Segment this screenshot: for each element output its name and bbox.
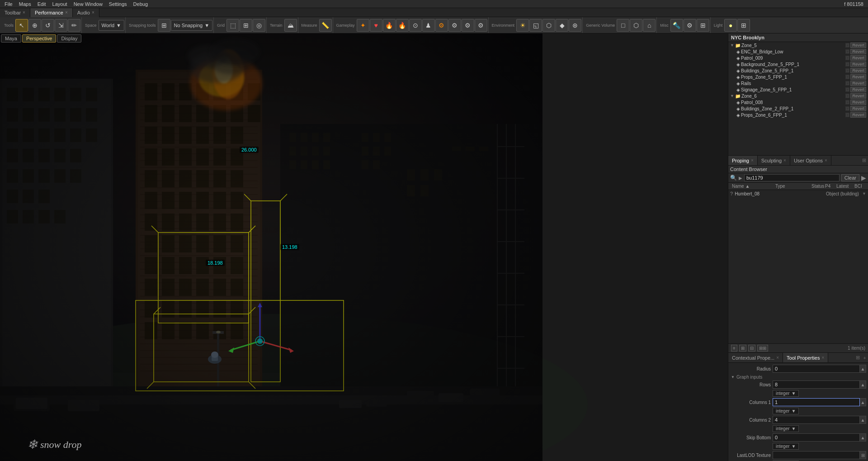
cb-search-input[interactable]	[744, 174, 840, 181]
columns2-input[interactable]	[773, 416, 860, 424]
gv-btn3[interactable]: ⌂	[643, 19, 656, 32]
skip-bottom-input[interactable]	[773, 433, 860, 442]
tab-audio[interactable]: Audio ×	[73, 8, 99, 17]
snapping-icon-btn[interactable]: ⊞	[158, 19, 170, 32]
cb-item-dropdown[interactable]: ▼	[862, 191, 866, 196]
env-btn4[interactable]: ◆	[556, 19, 568, 32]
gameplay-btn4[interactable]: 🔥	[396, 19, 409, 32]
menu-layout[interactable]: Layout	[50, 1, 70, 7]
cb-folder-nav[interactable]: ▶	[739, 176, 742, 181]
panel-tab-proping[interactable]: Proping ×	[728, 156, 758, 165]
radius-input[interactable]	[773, 365, 860, 373]
expand-zone5[interactable]: ▼	[730, 43, 734, 48]
bottom-panel-plus-btn[interactable]: +	[862, 355, 868, 361]
viewport-tab-perspective[interactable]: Perspective	[22, 34, 56, 43]
gameplay-btn5[interactable]: ⊙	[409, 19, 422, 32]
user-options-close[interactable]: ×	[825, 158, 827, 163]
columns2-type-dropdown[interactable]: integer ▼	[773, 425, 799, 432]
skip-bottom-stepper[interactable]: ▲	[860, 433, 866, 442]
col-latest[interactable]: Latest	[835, 183, 853, 189]
tree-item-bg-zone5[interactable]: ◈ Background_Zone_5_FPP_1 □ Revert	[728, 61, 868, 67]
menu-maps[interactable]: Maps	[16, 1, 34, 7]
col-bci[interactable]: BCI	[853, 183, 866, 189]
cb-view-btn2[interactable]: ⊞	[739, 345, 746, 352]
tool-props-close[interactable]: ×	[821, 355, 824, 360]
columns1-type-dropdown[interactable]: integer ▼	[773, 408, 799, 414]
gameplay-btn6[interactable]: ♟	[422, 19, 435, 32]
outliner-tree[interactable]: ▼ 📁 Zone_5 □ Revert ◈ ENC_M_Bridge_Low □…	[728, 42, 868, 155]
misc-btn3[interactable]: ⊞	[697, 19, 709, 32]
panel-tab-user-options[interactable]: User Options ×	[790, 156, 831, 165]
gameplay-btn1[interactable]: ✦	[357, 19, 369, 32]
signage-lock-btn[interactable]: □	[845, 87, 849, 92]
tree-item-props-zone5[interactable]: ◈ Props_Zone_5_FPP_1 □ Revert	[728, 74, 868, 80]
bld-zone5-revert-btn[interactable]: Revert	[850, 68, 866, 73]
tab-performance[interactable]: Performance ×	[30, 8, 73, 17]
grid-btn3[interactable]: ◎	[253, 19, 265, 32]
contextual-close[interactable]: ×	[776, 355, 779, 360]
cb-item-humbert08[interactable]: ? Humbert_08 Object (building) ▼	[728, 190, 868, 197]
cb-view-btn1[interactable]: ≡	[731, 345, 737, 352]
viewport-tab-display[interactable]: Display	[57, 34, 81, 43]
menu-new-window[interactable]: New Window	[71, 1, 105, 7]
tree-item-zone5[interactable]: ▼ 📁 Zone_5 □ Revert	[728, 42, 868, 48]
enc-revert-btn[interactable]: Revert	[850, 49, 866, 54]
world-dropdown[interactable]: World ▼	[99, 20, 124, 31]
zone6-lock-btn[interactable]: □	[845, 94, 849, 98]
gameplay-btn7[interactable]: ⚙	[435, 19, 448, 32]
tab-performance-close[interactable]: ×	[65, 10, 68, 15]
cb-view-btn4[interactable]: ⊞⊞	[757, 345, 768, 352]
zone6-revert-btn[interactable]: Revert	[850, 93, 866, 99]
columns1-stepper[interactable]: ▲	[860, 398, 866, 406]
env-btn1[interactable]: ☀	[516, 19, 529, 32]
radius-stepper-up[interactable]: ▲	[860, 365, 866, 373]
bottom-tab-tool-props[interactable]: Tool Properties ×	[783, 353, 828, 362]
menu-edit[interactable]: Edit	[35, 1, 49, 7]
tree-item-buildings-zone2[interactable]: ◈ Buildings_Zone_2_FPP_1 □ Revert	[728, 105, 868, 112]
rows-stepper[interactable]: ▲	[860, 380, 866, 389]
col-name[interactable]: Name ▲	[730, 183, 774, 189]
gameplay-btn2[interactable]: ♥	[370, 19, 382, 32]
gameplay-btn10[interactable]: ⚙	[475, 19, 487, 32]
viewport-tab-maya[interactable]: Maya	[1, 34, 21, 43]
terrain-btn[interactable]: ⛰	[284, 19, 297, 32]
misc-btn1[interactable]: 🔦	[670, 19, 683, 32]
signage-revert-btn[interactable]: Revert	[850, 87, 866, 92]
tab-toolbar-close[interactable]: ×	[23, 10, 25, 15]
snapping-dropdown[interactable]: No Snapping ▼	[171, 20, 213, 31]
cb-navigate-btn[interactable]: ▶	[861, 174, 866, 181]
rails-revert-btn[interactable]: Revert	[850, 81, 866, 86]
tab-audio-close[interactable]: ×	[92, 10, 94, 15]
bld-zone5-lock-btn[interactable]: □	[845, 68, 849, 73]
bg-zone5-lock-btn[interactable]: □	[845, 62, 849, 67]
tree-item-enc-bridge[interactable]: ◈ ENC_M_Bridge_Low □ Revert	[728, 48, 868, 55]
bottom-panel-expand-btn[interactable]: ⊞	[854, 355, 862, 361]
paint-tool-btn[interactable]: ✏	[68, 19, 80, 32]
props-zone6-revert-btn[interactable]: Revert	[850, 112, 866, 118]
tree-item-props-zone6[interactable]: ◈ Props_Zone_6_FPP_1 □ Revert	[728, 112, 868, 118]
props-zone5-lock-btn[interactable]: □	[845, 75, 849, 79]
panel-tab-sculpting[interactable]: Sculpting ×	[758, 156, 790, 165]
misc-btn2[interactable]: ⚙	[684, 19, 696, 32]
tree-item-patrol009[interactable]: ◈ Patrol_009 □ Revert	[728, 55, 868, 61]
measure-btn[interactable]: 📏	[319, 19, 332, 32]
bld-zone2-revert-btn[interactable]: Revert	[850, 106, 866, 111]
zone5-revert-btn[interactable]: Revert	[850, 43, 866, 48]
tree-item-signage-zone5[interactable]: ◈ Signage_Zone_5_FPP_1 □ Revert	[728, 86, 868, 93]
panel-expand-btn[interactable]: ⊞	[860, 157, 868, 163]
expand-zone6[interactable]: ▼	[730, 94, 734, 98]
env-btn3[interactable]: ⬡	[542, 19, 555, 32]
col-type[interactable]: Type	[774, 183, 810, 189]
gameplay-btn8[interactable]: ⚙	[448, 19, 461, 32]
patrol009-revert-btn[interactable]: Revert	[850, 55, 866, 61]
menu-file[interactable]: File	[2, 1, 15, 7]
tree-item-rails[interactable]: ◈ Rails □ Revert	[728, 80, 868, 86]
light-btn2[interactable]: ⊞	[737, 19, 750, 32]
cb-clear-btn[interactable]: Clear	[841, 174, 859, 181]
proping-close[interactable]: ×	[751, 158, 754, 163]
sculpting-close[interactable]: ×	[783, 158, 786, 163]
last-lod-input[interactable]	[773, 451, 860, 459]
last-lod-btn[interactable]: ⊞	[860, 451, 866, 459]
columns1-input[interactable]	[773, 398, 860, 406]
skip-bottom-type-dropdown[interactable]: integer ▼	[773, 443, 799, 450]
